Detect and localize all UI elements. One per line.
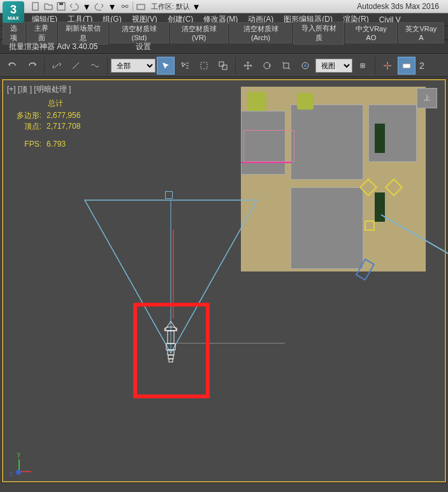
furniture	[247, 92, 266, 111]
viewport-top[interactable]: [+] [顶 ] [明暗处理 ] 总计 多边形:2,677,956 顶点:2,7…	[2, 79, 446, 482]
move-button[interactable]	[239, 57, 257, 75]
light-gizmo	[365, 221, 375, 231]
select-object-button[interactable]	[157, 57, 175, 75]
selection-filter-dropdown[interactable]: 全部	[111, 59, 155, 73]
light-gizmo	[385, 178, 403, 196]
annotation-highlight-box	[133, 303, 210, 398]
camera-target-line	[381, 214, 449, 266]
camera-target	[165, 191, 173, 199]
toolbar-separator	[44, 57, 45, 75]
viewport-statistics: 总计 多边形:2,677,956 顶点:2,717,708 FPS:6.793	[11, 98, 80, 150]
qat-separator	[133, 1, 133, 11]
toolbar-separator	[375, 57, 375, 75]
open-file-icon[interactable]	[42, 1, 55, 12]
svg-point-16	[386, 64, 389, 67]
secondary-toolbar: 选项 主界面 刷新场景信息 清空材质球(Std) 清空材质球(VR) 清空材质球…	[0, 26, 448, 40]
new-file-icon[interactable]	[29, 1, 42, 12]
helper-line	[241, 162, 292, 163]
select-by-name-button[interactable]	[176, 57, 194, 75]
tb-clearmat-arch[interactable]: 清空材质球(Arch)	[229, 22, 292, 43]
quick-access-toolbar: ▾ ▾ 工作区: 默认 ▾	[29, 1, 203, 12]
room	[291, 105, 363, 180]
helper-rect	[243, 130, 294, 162]
undo-dropdown-icon[interactable]: ▾	[80, 1, 93, 12]
viewport-label[interactable]: [+] [顶 ] [明暗处理 ]	[7, 84, 71, 95]
room	[291, 187, 363, 269]
title-bar: 3 MAX ▾ ▾ 工作区: 默认 ▾ Autodesk 3ds Max 201…	[0, 0, 448, 13]
redo-dropdown-icon[interactable]: ▾	[106, 1, 119, 12]
floorplan	[241, 87, 426, 271]
toolbar-separator	[107, 57, 108, 75]
axis-gizmo	[7, 452, 33, 477]
viewcube[interactable]: 上	[411, 82, 443, 114]
undo-icon[interactable]	[68, 1, 80, 12]
plugin-name: 批量渲染神器 Adv 3.40.05	[9, 41, 98, 52]
page-indicator: 2	[419, 61, 424, 71]
redo-icon[interactable]	[93, 1, 106, 12]
tb-clearmat-vr[interactable]: 清空材质球(VR)	[170, 22, 228, 43]
svg-rect-8	[219, 62, 224, 66]
unlink-button[interactable]	[67, 57, 85, 75]
svg-point-13	[304, 64, 307, 67]
window-crossing-button[interactable]	[214, 57, 232, 75]
window-title: Autodesk 3ds Max 2016	[357, 2, 439, 11]
stats-verts-value: 2,717,708	[47, 121, 80, 132]
svg-point-10	[264, 62, 270, 69]
svg-point-15	[362, 65, 364, 67]
bind-spacewarp-button[interactable]	[86, 57, 104, 75]
select-region-rect-button[interactable]	[195, 57, 213, 75]
stats-fps-value: 6.793	[47, 139, 66, 150]
save-icon[interactable]	[55, 1, 68, 12]
redo-button[interactable]	[23, 57, 41, 75]
undo-button[interactable]	[4, 57, 22, 75]
stats-polys-label: 多边形:	[11, 110, 41, 121]
object	[375, 124, 385, 153]
app-icon[interactable]: 3 MAX	[3, 1, 24, 23]
svg-point-4	[126, 5, 128, 8]
svg-rect-6	[137, 4, 145, 10]
project-icon[interactable]	[134, 1, 147, 12]
svg-rect-11	[284, 63, 289, 68]
stats-title: 总计	[30, 98, 80, 109]
pivot-center-button[interactable]	[354, 57, 372, 75]
app-icon-label: MAX	[8, 15, 19, 21]
tb-vrayao-cn[interactable]: 中文VRay AO	[345, 22, 397, 43]
stats-fps-label: FPS:	[11, 139, 41, 150]
scale-button[interactable]	[277, 57, 295, 75]
toolbar-separator	[235, 57, 236, 75]
svg-rect-2	[59, 3, 63, 5]
link-button[interactable]	[48, 57, 66, 75]
svg-rect-0	[33, 3, 38, 10]
keyboard-shortcut-button[interactable]	[398, 57, 415, 75]
workspace-dropdown-icon[interactable]: ▾	[190, 1, 203, 12]
manipulate-button[interactable]	[379, 57, 396, 75]
svg-rect-17	[403, 64, 410, 68]
stats-polys-value: 2,677,956	[47, 110, 80, 121]
viewport-container: [+] [顶 ] [明暗处理 ] 总计 多边形:2,677,956 顶点:2,7…	[1, 78, 447, 483]
tb-clearmat-std[interactable]: 清空材质球(Std)	[110, 22, 168, 43]
tb-importmat[interactable]: 导入所有材质	[293, 22, 344, 45]
stats-verts-label: 顶点:	[11, 121, 41, 132]
tb-vrayao-en[interactable]: 英文VRay A	[398, 22, 444, 43]
app-icon-glyph: 3	[10, 4, 17, 15]
rotate-button[interactable]	[258, 57, 276, 75]
workspace-label: 工作区: 默认	[151, 2, 190, 11]
link-icon[interactable]	[119, 1, 131, 12]
object	[375, 192, 385, 222]
svg-rect-9	[222, 65, 227, 69]
ref-coord-dropdown[interactable]: 视图	[315, 59, 352, 73]
furniture	[297, 93, 314, 110]
main-toolbar: 全部 视图 2	[0, 54, 448, 77]
plugin-settings[interactable]: 设置	[136, 41, 151, 52]
svg-point-3	[122, 5, 124, 8]
placement-button[interactable]	[296, 57, 314, 75]
axis-z-icon	[16, 470, 21, 475]
svg-rect-7	[201, 62, 207, 69]
viewcube-top-face[interactable]: 上	[417, 88, 437, 108]
